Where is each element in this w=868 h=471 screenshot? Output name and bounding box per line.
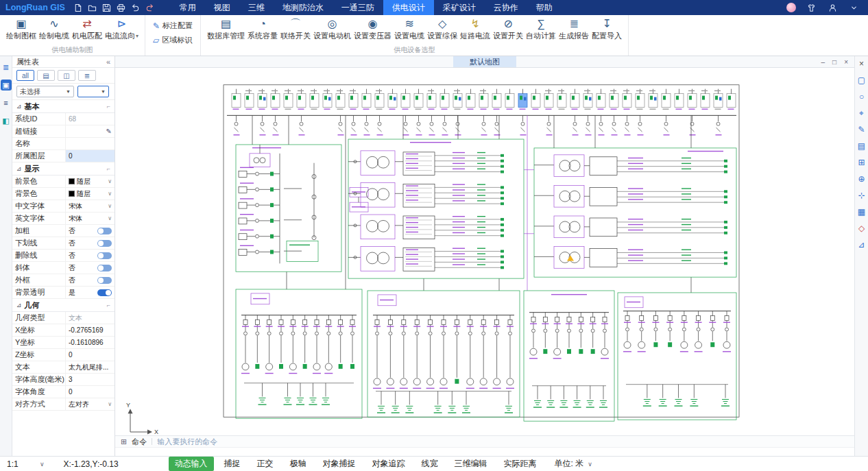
set-cable-button[interactable]: ≋设置电缆	[393, 16, 426, 41]
property-value[interactable]: 是	[66, 287, 114, 298]
cable-button[interactable]: ∿绘制电缆	[38, 16, 71, 41]
current-flow-button[interactable]: ⊳电流流向▾	[104, 16, 140, 41]
menu-tab-2[interactable]: 视图	[205, 0, 239, 15]
property-value[interactable]: 否	[66, 225, 114, 237]
import-button[interactable]: ↧配置导入	[590, 16, 623, 41]
menu-tab-8[interactable]: 云协作	[485, 0, 527, 15]
layers-tool-icon[interactable]: ▤	[858, 142, 865, 151]
property-value[interactable]: 68	[66, 113, 114, 125]
minimize-icon[interactable]: –	[821, 58, 825, 66]
menu-tab-1[interactable]: 常用	[171, 0, 205, 15]
snap-toggle[interactable]: 捕捉	[218, 457, 247, 471]
save-icon[interactable]	[101, 2, 112, 14]
selection-filter-1[interactable]: 未选择▼	[16, 86, 74, 97]
snap-tool-icon[interactable]: ⊕	[858, 175, 865, 184]
transformer-button[interactable]: ◉设置变压器	[352, 16, 393, 41]
property-value[interactable]: 0	[66, 386, 114, 398]
lineweight-toggle[interactable]: 线宽	[415, 457, 444, 471]
motor-button[interactable]: ◎设置电动机	[312, 16, 352, 41]
property-value[interactable]: -0.1610896	[66, 337, 114, 348]
new-file-icon[interactable]	[72, 2, 84, 14]
chevron-down-icon[interactable]: ∨	[108, 215, 112, 221]
database-button[interactable]: ▤数据库管理	[206, 16, 246, 41]
toggle-switch[interactable]	[97, 265, 112, 271]
redo-icon[interactable]	[144, 2, 156, 14]
menu-tab-4[interactable]: 地测防治水	[274, 0, 333, 15]
sketch-tool-icon[interactable]: ▢	[858, 76, 865, 85]
frame-button[interactable]: ▣绘制图框	[5, 16, 38, 41]
skin-theme-icon[interactable]	[806, 2, 817, 14]
menu-tab-6[interactable]: 供电设计	[383, 0, 434, 15]
scale-dropdown-icon[interactable]: ∨	[40, 461, 45, 468]
toggle-switch[interactable]	[97, 289, 112, 296]
move-tool-icon[interactable]: ⊹	[858, 191, 865, 200]
filter-panel-icon[interactable]: ≣	[1, 62, 12, 73]
selection-filter-2[interactable]: ▼	[77, 86, 109, 97]
menu-tab-3[interactable]: 三维	[239, 0, 274, 15]
print-icon[interactable]	[115, 2, 127, 14]
property-value[interactable]: ✎	[66, 125, 114, 137]
toggle-switch[interactable]	[97, 277, 112, 284]
property-value[interactable]: 3	[66, 374, 114, 385]
chevron-down-icon[interactable]: ∨	[108, 401, 112, 407]
region-button[interactable]: ▱区域标识	[153, 35, 193, 45]
edit-icon[interactable]: ✎	[106, 128, 112, 135]
property-value[interactable]: 否	[66, 237, 114, 249]
dynamic-input-toggle[interactable]: 动态输入	[169, 457, 214, 471]
property-value[interactable]: 宋体∨	[66, 213, 114, 224]
property-value[interactable]: 随层∨	[66, 176, 114, 187]
chevron-down-icon[interactable]: ∨	[108, 178, 112, 184]
property-value[interactable]: 太九机尾排...	[66, 361, 114, 373]
locate-tool-icon[interactable]: ⌖	[859, 109, 864, 118]
tab-layers-icon[interactable]: ▤	[37, 70, 55, 81]
edit-3d-toggle[interactable]: 三维编辑	[448, 457, 494, 471]
polar-toggle[interactable]: 极轴	[284, 457, 313, 471]
tab-split-icon[interactable]: ◫	[58, 70, 75, 81]
actual-distance-toggle[interactable]: 实际距离	[498, 457, 543, 471]
open-folder-icon[interactable]	[86, 2, 98, 14]
user-icon[interactable]	[827, 2, 839, 14]
property-value[interactable]: 否	[66, 262, 114, 274]
scale-indicator[interactable]: 1:1	[7, 459, 40, 469]
property-value[interactable]: 左对齐∨	[66, 398, 114, 410]
switch-button[interactable]: ⊘设置开关	[492, 16, 525, 41]
section-collapse-icon[interactable]: ⊿	[16, 103, 22, 110]
section-pin-icon[interactable]: ⌐	[107, 103, 110, 110]
close-icon[interactable]: ×	[844, 58, 848, 66]
menu-panel-icon[interactable]: ≡	[1, 97, 12, 108]
table-tool-icon[interactable]: ⊞	[858, 158, 865, 167]
tab-all[interactable]: all	[16, 70, 34, 81]
property-value[interactable]: 0	[66, 150, 114, 162]
avatar[interactable]	[786, 3, 796, 12]
short-circuit-button[interactable]: ↯短路电流	[459, 16, 492, 41]
annotation-button[interactable]: ✎标注配置	[153, 21, 193, 31]
chevron-down-icon[interactable]: ∨	[108, 203, 112, 209]
close-panel-icon[interactable]: ×	[859, 60, 864, 69]
units-dropdown-icon[interactable]: ∨	[588, 461, 592, 468]
property-value[interactable]	[66, 138, 114, 149]
grid-tool-icon[interactable]: ▦	[858, 208, 865, 217]
ortho-toggle[interactable]: 正交	[251, 457, 280, 471]
document-tab[interactable]: 默认地图	[453, 56, 516, 67]
measure-tool-icon[interactable]: ◇	[858, 224, 865, 233]
property-value[interactable]: -0.2765169	[66, 324, 114, 336]
property-value[interactable]: 否	[66, 250, 114, 261]
property-value[interactable]: 文本	[66, 312, 114, 324]
property-value[interactable]: 0	[66, 349, 114, 361]
drawing-canvas[interactable]: YX	[115, 68, 854, 435]
command-line[interactable]: ⊞ 命令 输入要执行的命令	[115, 435, 854, 447]
properties-panel-icon[interactable]: ▣	[1, 80, 12, 90]
auto-calc-button[interactable]: ∑自动计算	[525, 16, 557, 41]
property-value[interactable]: 随层∨	[66, 188, 114, 200]
protection-button[interactable]: ◇设置综保	[426, 16, 459, 41]
section-pin-icon[interactable]: ⌐	[107, 165, 110, 172]
circle-tool-icon[interactable]: ○	[859, 93, 864, 101]
match-button[interactable]: ⇄机电匹配	[71, 16, 104, 41]
property-value[interactable]: 宋体∨	[66, 200, 114, 212]
maximize-icon[interactable]: □	[832, 58, 836, 66]
capacity-button[interactable]: ◔系统容量	[246, 16, 279, 41]
report-button[interactable]: ≣生成报告	[557, 16, 590, 41]
tab-list-icon[interactable]: ≣	[78, 70, 96, 81]
chevron-down-icon[interactable]	[848, 2, 860, 14]
menu-tab-9[interactable]: 帮助	[527, 0, 562, 15]
